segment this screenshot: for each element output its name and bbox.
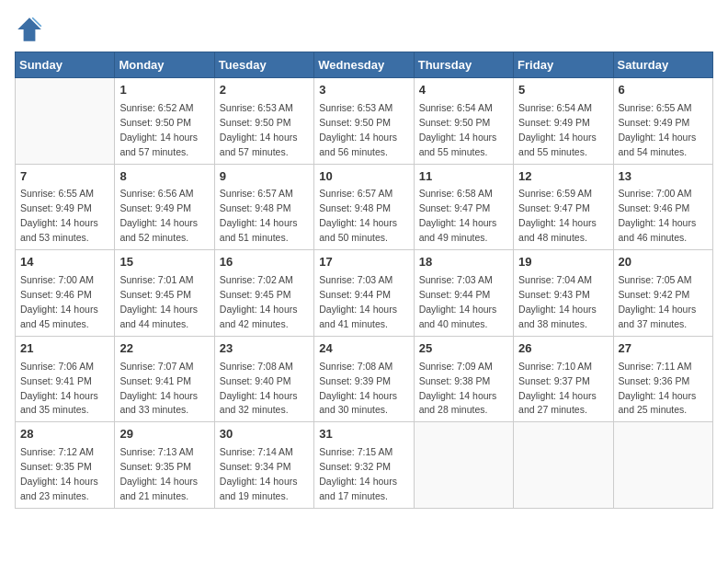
calendar-cell: 19Sunrise: 7:04 AM Sunset: 9:43 PM Dayli…	[514, 250, 613, 337]
cell-info: Sunrise: 6:52 AM Sunset: 9:50 PM Dayligh…	[119, 102, 198, 157]
calendar-cell: 15Sunrise: 7:01 AM Sunset: 9:45 PM Dayli…	[115, 250, 214, 337]
weekday-header: Thursday	[414, 52, 513, 78]
calendar-cell: 16Sunrise: 7:02 AM Sunset: 9:45 PM Dayli…	[214, 250, 313, 337]
day-number: 2	[220, 82, 309, 99]
week-row: 21Sunrise: 7:06 AM Sunset: 9:41 PM Dayli…	[16, 336, 713, 422]
week-row: 28Sunrise: 7:12 AM Sunset: 9:35 PM Dayli…	[16, 422, 713, 509]
day-number: 4	[419, 82, 508, 99]
cell-info: Sunrise: 6:54 AM Sunset: 9:49 PM Dayligh…	[518, 102, 597, 157]
calendar-table: SundayMondayTuesdayWednesdayThursdayFrid…	[15, 52, 713, 509]
cell-info: Sunrise: 6:54 AM Sunset: 9:50 PM Dayligh…	[419, 102, 497, 157]
day-number: 21	[20, 340, 109, 358]
day-number: 11	[419, 168, 508, 186]
day-number: 15	[119, 254, 209, 271]
calendar-cell: 13Sunrise: 7:00 AM Sunset: 9:46 PM Dayli…	[613, 164, 712, 250]
day-number: 31	[319, 426, 408, 443]
calendar-cell: 18Sunrise: 7:03 AM Sunset: 9:44 PM Dayli…	[414, 250, 513, 337]
cell-info: Sunrise: 7:01 AM Sunset: 9:45 PM Dayligh…	[119, 274, 198, 329]
cell-info: Sunrise: 7:02 AM Sunset: 9:45 PM Dayligh…	[220, 274, 298, 329]
day-number: 25	[419, 340, 508, 358]
day-number: 1	[119, 82, 209, 99]
week-row: 7Sunrise: 6:55 AM Sunset: 9:49 PM Daylig…	[16, 164, 713, 250]
day-number: 9	[220, 168, 309, 186]
calendar-cell: 28Sunrise: 7:12 AM Sunset: 9:35 PM Dayli…	[16, 422, 115, 509]
week-row: 1Sunrise: 6:52 AM Sunset: 9:50 PM Daylig…	[16, 78, 713, 165]
calendar-cell: 2Sunrise: 6:53 AM Sunset: 9:50 PM Daylig…	[214, 78, 313, 165]
calendar-cell: 9Sunrise: 6:57 AM Sunset: 9:48 PM Daylig…	[214, 164, 313, 250]
cell-info: Sunrise: 7:15 AM Sunset: 9:32 PM Dayligh…	[319, 446, 397, 501]
calendar-cell: 22Sunrise: 7:07 AM Sunset: 9:41 PM Dayli…	[115, 336, 214, 422]
calendar-cell: 5Sunrise: 6:54 AM Sunset: 9:49 PM Daylig…	[514, 78, 613, 165]
cell-info: Sunrise: 7:05 AM Sunset: 9:42 PM Dayligh…	[619, 274, 697, 329]
calendar-cell: 12Sunrise: 6:59 AM Sunset: 9:47 PM Dayli…	[514, 164, 613, 250]
day-number: 29	[119, 426, 209, 443]
day-number: 7	[20, 168, 109, 186]
cell-info: Sunrise: 7:14 AM Sunset: 9:34 PM Dayligh…	[220, 446, 298, 501]
calendar-cell: 20Sunrise: 7:05 AM Sunset: 9:42 PM Dayli…	[613, 250, 712, 337]
cell-info: Sunrise: 6:53 AM Sunset: 9:50 PM Dayligh…	[220, 102, 298, 157]
cell-info: Sunrise: 7:12 AM Sunset: 9:35 PM Dayligh…	[20, 446, 98, 501]
cell-info: Sunrise: 7:03 AM Sunset: 9:44 PM Dayligh…	[419, 274, 497, 329]
day-number: 5	[518, 82, 608, 99]
cell-info: Sunrise: 6:53 AM Sunset: 9:50 PM Dayligh…	[319, 102, 397, 157]
calendar-cell: 11Sunrise: 6:58 AM Sunset: 9:47 PM Dayli…	[414, 164, 513, 250]
day-number: 8	[119, 168, 209, 186]
weekday-header: Wednesday	[314, 52, 414, 78]
calendar-cell: 10Sunrise: 6:57 AM Sunset: 9:48 PM Dayli…	[314, 164, 414, 250]
day-number: 13	[619, 168, 708, 186]
day-number: 12	[518, 168, 608, 186]
calendar-cell: 25Sunrise: 7:09 AM Sunset: 9:38 PM Dayli…	[414, 336, 513, 422]
day-number: 18	[419, 254, 508, 271]
weekday-header: Friday	[514, 52, 613, 78]
cell-info: Sunrise: 6:55 AM Sunset: 9:49 PM Dayligh…	[619, 102, 697, 157]
page-header	[15, 15, 713, 44]
day-number: 19	[518, 254, 608, 271]
day-number: 22	[119, 340, 209, 358]
weekday-header: Tuesday	[214, 52, 313, 78]
weekday-header: Monday	[115, 52, 214, 78]
day-number: 24	[319, 340, 408, 358]
day-number: 28	[20, 426, 109, 443]
cell-info: Sunrise: 6:55 AM Sunset: 9:49 PM Dayligh…	[20, 188, 98, 243]
cell-info: Sunrise: 7:08 AM Sunset: 9:39 PM Dayligh…	[319, 361, 397, 416]
calendar-cell: 4Sunrise: 6:54 AM Sunset: 9:50 PM Daylig…	[414, 78, 513, 165]
calendar-cell: 31Sunrise: 7:15 AM Sunset: 9:32 PM Dayli…	[314, 422, 414, 509]
cell-info: Sunrise: 6:57 AM Sunset: 9:48 PM Dayligh…	[319, 188, 397, 243]
calendar-cell	[613, 422, 712, 509]
cell-info: Sunrise: 7:00 AM Sunset: 9:46 PM Dayligh…	[619, 188, 697, 243]
weekday-header: Saturday	[613, 52, 712, 78]
logo-icon	[15, 15, 44, 44]
calendar-cell: 14Sunrise: 7:00 AM Sunset: 9:46 PM Dayli…	[16, 250, 115, 337]
cell-info: Sunrise: 7:06 AM Sunset: 9:41 PM Dayligh…	[20, 361, 98, 416]
cell-info: Sunrise: 7:07 AM Sunset: 9:41 PM Dayligh…	[119, 361, 198, 416]
cell-info: Sunrise: 7:00 AM Sunset: 9:46 PM Dayligh…	[20, 274, 98, 329]
cell-info: Sunrise: 6:58 AM Sunset: 9:47 PM Dayligh…	[419, 188, 497, 243]
calendar-cell: 29Sunrise: 7:13 AM Sunset: 9:35 PM Dayli…	[115, 422, 214, 509]
day-number: 16	[220, 254, 309, 271]
calendar-cell: 17Sunrise: 7:03 AM Sunset: 9:44 PM Dayli…	[314, 250, 414, 337]
day-number: 14	[20, 254, 109, 271]
calendar-cell: 27Sunrise: 7:11 AM Sunset: 9:36 PM Dayli…	[613, 336, 712, 422]
calendar-cell	[414, 422, 513, 509]
day-number: 17	[319, 254, 408, 271]
day-number: 3	[319, 82, 408, 99]
calendar-cell: 23Sunrise: 7:08 AM Sunset: 9:40 PM Dayli…	[214, 336, 313, 422]
cell-info: Sunrise: 7:08 AM Sunset: 9:40 PM Dayligh…	[220, 361, 298, 416]
weekday-header-row: SundayMondayTuesdayWednesdayThursdayFrid…	[16, 52, 713, 78]
cell-info: Sunrise: 7:09 AM Sunset: 9:38 PM Dayligh…	[419, 361, 497, 416]
cell-info: Sunrise: 7:11 AM Sunset: 9:36 PM Dayligh…	[619, 361, 697, 416]
calendar-cell: 6Sunrise: 6:55 AM Sunset: 9:49 PM Daylig…	[613, 78, 712, 165]
week-row: 14Sunrise: 7:00 AM Sunset: 9:46 PM Dayli…	[16, 250, 713, 337]
calendar-cell: 7Sunrise: 6:55 AM Sunset: 9:49 PM Daylig…	[16, 164, 115, 250]
calendar-cell: 8Sunrise: 6:56 AM Sunset: 9:49 PM Daylig…	[115, 164, 214, 250]
svg-marker-0	[17, 17, 41, 41]
cell-info: Sunrise: 6:56 AM Sunset: 9:49 PM Dayligh…	[119, 188, 198, 243]
cell-info: Sunrise: 7:13 AM Sunset: 9:35 PM Dayligh…	[119, 446, 198, 501]
calendar-cell: 1Sunrise: 6:52 AM Sunset: 9:50 PM Daylig…	[115, 78, 214, 165]
day-number: 10	[319, 168, 408, 186]
cell-info: Sunrise: 7:04 AM Sunset: 9:43 PM Dayligh…	[518, 274, 597, 329]
cell-info: Sunrise: 7:03 AM Sunset: 9:44 PM Dayligh…	[319, 274, 397, 329]
day-number: 30	[220, 426, 309, 443]
day-number: 6	[619, 82, 708, 99]
day-number: 23	[220, 340, 309, 358]
